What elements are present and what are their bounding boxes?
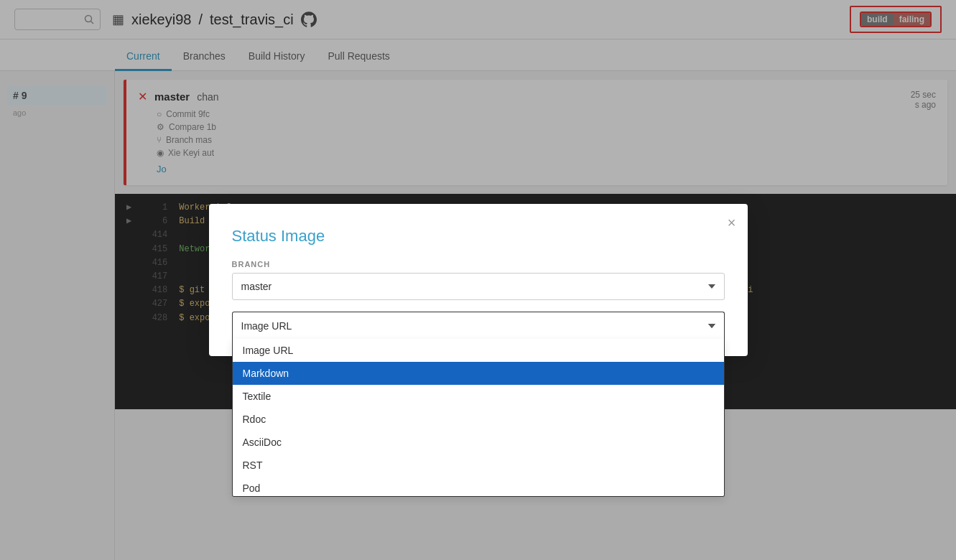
modal-close-button[interactable]: × [728,215,736,230]
format-dropdown-list: Image URL Markdown Textile Rdoc AsciiDoc… [232,339,725,497]
format-dropdown-trigger[interactable]: Image URL [232,312,725,339]
branch-label: BRANCH [232,260,725,269]
dropdown-item-pod[interactable]: Pod [233,477,724,497]
status-image-modal: × Status Image BRANCH master Image URL I… [209,204,748,356]
modal-overlay[interactable]: × Status Image BRANCH master Image URL I… [0,0,956,560]
dropdown-item-rdoc[interactable]: Rdoc [233,408,724,431]
modal-title: Status Image [232,227,725,246]
dropdown-item-asciidoc[interactable]: AsciiDoc [233,431,724,454]
dropdown-item-rst[interactable]: RST [233,454,724,477]
dropdown-item-textile[interactable]: Textile [233,385,724,408]
dropdown-item-imageurl[interactable]: Image URL [233,339,724,362]
format-dropdown-wrapper: Image URL Image URL Markdown Textile Rdo… [232,312,725,339]
format-trigger-label: Image URL [241,320,292,332]
chevron-down-icon [708,324,715,328]
branch-select[interactable]: master [232,273,725,300]
dropdown-item-markdown[interactable]: Markdown [233,362,724,385]
